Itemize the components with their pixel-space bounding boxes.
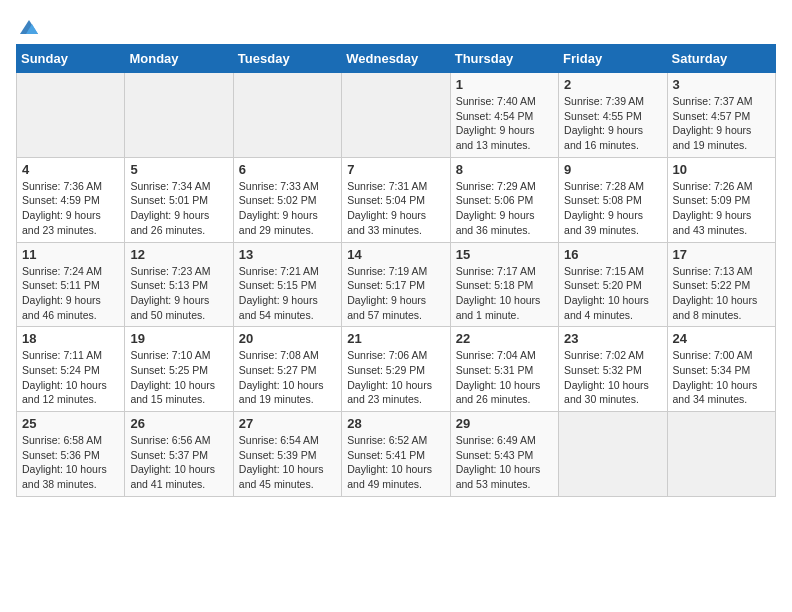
calendar-week-1: 4Sunrise: 7:36 AMSunset: 4:59 PMDaylight… <box>17 157 776 242</box>
day-info: Sunrise: 7:33 AMSunset: 5:02 PMDaylight:… <box>239 179 336 238</box>
calendar-week-2: 11Sunrise: 7:24 AMSunset: 5:11 PMDayligh… <box>17 242 776 327</box>
calendar-cell: 19Sunrise: 7:10 AMSunset: 5:25 PMDayligh… <box>125 327 233 412</box>
calendar-header-row: SundayMondayTuesdayWednesdayThursdayFrid… <box>17 45 776 73</box>
day-number: 25 <box>22 416 119 431</box>
calendar-cell: 29Sunrise: 6:49 AMSunset: 5:43 PMDayligh… <box>450 412 558 497</box>
logo-icon <box>18 16 40 38</box>
calendar-week-0: 1Sunrise: 7:40 AMSunset: 4:54 PMDaylight… <box>17 73 776 158</box>
day-info: Sunrise: 7:26 AMSunset: 5:09 PMDaylight:… <box>673 179 770 238</box>
day-number: 1 <box>456 77 553 92</box>
day-info: Sunrise: 6:56 AMSunset: 5:37 PMDaylight:… <box>130 433 227 492</box>
day-number: 12 <box>130 247 227 262</box>
day-number: 27 <box>239 416 336 431</box>
calendar-cell: 8Sunrise: 7:29 AMSunset: 5:06 PMDaylight… <box>450 157 558 242</box>
day-number: 28 <box>347 416 444 431</box>
day-number: 10 <box>673 162 770 177</box>
header-sunday: Sunday <box>17 45 125 73</box>
calendar-cell: 7Sunrise: 7:31 AMSunset: 5:04 PMDaylight… <box>342 157 450 242</box>
day-number: 20 <box>239 331 336 346</box>
calendar-cell: 23Sunrise: 7:02 AMSunset: 5:32 PMDayligh… <box>559 327 667 412</box>
calendar-cell: 9Sunrise: 7:28 AMSunset: 5:08 PMDaylight… <box>559 157 667 242</box>
day-number: 26 <box>130 416 227 431</box>
day-info: Sunrise: 7:08 AMSunset: 5:27 PMDaylight:… <box>239 348 336 407</box>
calendar-cell: 25Sunrise: 6:58 AMSunset: 5:36 PMDayligh… <box>17 412 125 497</box>
calendar-cell: 20Sunrise: 7:08 AMSunset: 5:27 PMDayligh… <box>233 327 341 412</box>
calendar-cell: 24Sunrise: 7:00 AMSunset: 5:34 PMDayligh… <box>667 327 775 412</box>
day-number: 3 <box>673 77 770 92</box>
calendar-cell <box>17 73 125 158</box>
day-info: Sunrise: 7:10 AMSunset: 5:25 PMDaylight:… <box>130 348 227 407</box>
day-number: 4 <box>22 162 119 177</box>
calendar-cell <box>559 412 667 497</box>
calendar-cell: 13Sunrise: 7:21 AMSunset: 5:15 PMDayligh… <box>233 242 341 327</box>
day-info: Sunrise: 7:13 AMSunset: 5:22 PMDaylight:… <box>673 264 770 323</box>
calendar-cell: 6Sunrise: 7:33 AMSunset: 5:02 PMDaylight… <box>233 157 341 242</box>
day-info: Sunrise: 7:31 AMSunset: 5:04 PMDaylight:… <box>347 179 444 238</box>
calendar-cell: 17Sunrise: 7:13 AMSunset: 5:22 PMDayligh… <box>667 242 775 327</box>
day-number: 19 <box>130 331 227 346</box>
day-number: 2 <box>564 77 661 92</box>
calendar-cell: 28Sunrise: 6:52 AMSunset: 5:41 PMDayligh… <box>342 412 450 497</box>
calendar-cell: 16Sunrise: 7:15 AMSunset: 5:20 PMDayligh… <box>559 242 667 327</box>
day-number: 24 <box>673 331 770 346</box>
calendar-cell: 21Sunrise: 7:06 AMSunset: 5:29 PMDayligh… <box>342 327 450 412</box>
day-info: Sunrise: 7:00 AMSunset: 5:34 PMDaylight:… <box>673 348 770 407</box>
day-info: Sunrise: 7:24 AMSunset: 5:11 PMDaylight:… <box>22 264 119 323</box>
day-number: 23 <box>564 331 661 346</box>
calendar-cell <box>342 73 450 158</box>
calendar-cell: 1Sunrise: 7:40 AMSunset: 4:54 PMDaylight… <box>450 73 558 158</box>
day-info: Sunrise: 7:36 AMSunset: 4:59 PMDaylight:… <box>22 179 119 238</box>
calendar-cell: 5Sunrise: 7:34 AMSunset: 5:01 PMDaylight… <box>125 157 233 242</box>
day-number: 9 <box>564 162 661 177</box>
calendar-cell <box>667 412 775 497</box>
day-number: 29 <box>456 416 553 431</box>
day-number: 16 <box>564 247 661 262</box>
day-info: Sunrise: 7:40 AMSunset: 4:54 PMDaylight:… <box>456 94 553 153</box>
header-wednesday: Wednesday <box>342 45 450 73</box>
calendar-cell: 22Sunrise: 7:04 AMSunset: 5:31 PMDayligh… <box>450 327 558 412</box>
calendar-cell: 2Sunrise: 7:39 AMSunset: 4:55 PMDaylight… <box>559 73 667 158</box>
calendar-cell <box>125 73 233 158</box>
header-monday: Monday <box>125 45 233 73</box>
day-info: Sunrise: 7:11 AMSunset: 5:24 PMDaylight:… <box>22 348 119 407</box>
day-info: Sunrise: 6:54 AMSunset: 5:39 PMDaylight:… <box>239 433 336 492</box>
header-thursday: Thursday <box>450 45 558 73</box>
day-info: Sunrise: 7:19 AMSunset: 5:17 PMDaylight:… <box>347 264 444 323</box>
day-number: 15 <box>456 247 553 262</box>
day-number: 8 <box>456 162 553 177</box>
calendar-cell: 11Sunrise: 7:24 AMSunset: 5:11 PMDayligh… <box>17 242 125 327</box>
day-number: 13 <box>239 247 336 262</box>
day-number: 22 <box>456 331 553 346</box>
page-header <box>16 16 776 34</box>
day-number: 11 <box>22 247 119 262</box>
calendar-table: SundayMondayTuesdayWednesdayThursdayFrid… <box>16 44 776 497</box>
calendar-cell: 4Sunrise: 7:36 AMSunset: 4:59 PMDaylight… <box>17 157 125 242</box>
day-info: Sunrise: 7:28 AMSunset: 5:08 PMDaylight:… <box>564 179 661 238</box>
calendar-week-4: 25Sunrise: 6:58 AMSunset: 5:36 PMDayligh… <box>17 412 776 497</box>
day-number: 6 <box>239 162 336 177</box>
day-info: Sunrise: 6:52 AMSunset: 5:41 PMDaylight:… <box>347 433 444 492</box>
day-info: Sunrise: 6:49 AMSunset: 5:43 PMDaylight:… <box>456 433 553 492</box>
day-info: Sunrise: 7:15 AMSunset: 5:20 PMDaylight:… <box>564 264 661 323</box>
calendar-cell: 18Sunrise: 7:11 AMSunset: 5:24 PMDayligh… <box>17 327 125 412</box>
day-info: Sunrise: 7:39 AMSunset: 4:55 PMDaylight:… <box>564 94 661 153</box>
day-info: Sunrise: 7:29 AMSunset: 5:06 PMDaylight:… <box>456 179 553 238</box>
calendar-cell: 27Sunrise: 6:54 AMSunset: 5:39 PMDayligh… <box>233 412 341 497</box>
calendar-cell: 14Sunrise: 7:19 AMSunset: 5:17 PMDayligh… <box>342 242 450 327</box>
calendar-week-3: 18Sunrise: 7:11 AMSunset: 5:24 PMDayligh… <box>17 327 776 412</box>
calendar-cell: 15Sunrise: 7:17 AMSunset: 5:18 PMDayligh… <box>450 242 558 327</box>
calendar-cell: 26Sunrise: 6:56 AMSunset: 5:37 PMDayligh… <box>125 412 233 497</box>
day-number: 5 <box>130 162 227 177</box>
calendar-cell: 3Sunrise: 7:37 AMSunset: 4:57 PMDaylight… <box>667 73 775 158</box>
header-tuesday: Tuesday <box>233 45 341 73</box>
header-friday: Friday <box>559 45 667 73</box>
day-number: 17 <box>673 247 770 262</box>
day-info: Sunrise: 7:34 AMSunset: 5:01 PMDaylight:… <box>130 179 227 238</box>
logo <box>16 16 40 34</box>
calendar-cell: 10Sunrise: 7:26 AMSunset: 5:09 PMDayligh… <box>667 157 775 242</box>
header-saturday: Saturday <box>667 45 775 73</box>
calendar-cell <box>233 73 341 158</box>
day-info: Sunrise: 7:04 AMSunset: 5:31 PMDaylight:… <box>456 348 553 407</box>
day-info: Sunrise: 7:06 AMSunset: 5:29 PMDaylight:… <box>347 348 444 407</box>
day-number: 7 <box>347 162 444 177</box>
